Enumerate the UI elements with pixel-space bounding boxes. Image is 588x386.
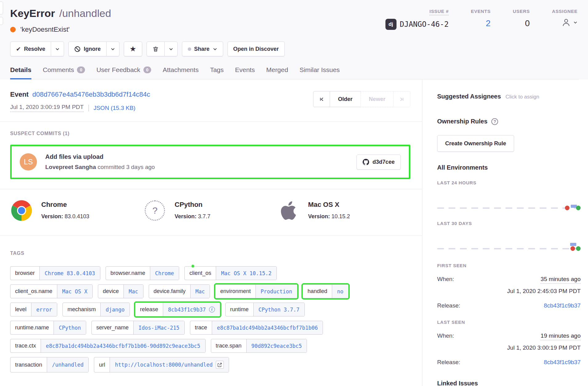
when-label: When: xyxy=(437,332,454,339)
create-ownership-rule-button[interactable]: Create Ownership Rule xyxy=(437,135,514,152)
tag-value-link[interactable]: django xyxy=(100,303,129,316)
assignee-selector[interactable] xyxy=(561,18,578,27)
users-count[interactable]: 0 xyxy=(525,18,530,28)
stat-users: USERS 0 xyxy=(513,9,530,30)
tag-key: url xyxy=(94,357,110,372)
issue-stats: ISSUE # dj DJANGO-46-2 EVENTS 2 USERS 0 … xyxy=(385,7,579,30)
tag-level: levelerror xyxy=(10,303,57,316)
delete-button[interactable] xyxy=(147,42,164,56)
tag-value-link[interactable]: CPython 3.7.7 xyxy=(253,303,304,316)
issue-tabs: DetailsComments0User Feedback0Attachment… xyxy=(10,66,579,79)
question-circle-icon[interactable]: ? xyxy=(491,118,498,125)
tag-value-link[interactable]: Chrome xyxy=(150,267,179,280)
tag-value-link[interactable]: e8c87ba1dc494bb2a4346bcfbf7b1b06 xyxy=(212,321,323,334)
tag-value-link[interactable]: e8c87ba1dc494bb2a4346bcfbf7b1b06-90d892c… xyxy=(41,339,205,352)
tag-key: trace.ctx xyxy=(10,339,41,352)
window-edge-artifact xyxy=(0,2,3,14)
tag-value-link[interactable]: Mac xyxy=(123,285,143,298)
page-title: KeyError/unhandled xyxy=(10,7,111,19)
delete-dropdown-button[interactable] xyxy=(164,42,177,56)
stat-issue-number: ISSUE # dj DJANGO-46-2 xyxy=(385,9,449,30)
version-label: Version: xyxy=(308,213,332,219)
event-label: Event xyxy=(10,90,29,98)
newer-event-button[interactable]: Newer xyxy=(360,91,394,107)
suggested-assignees-heading: Suggested Assignees xyxy=(437,93,501,100)
main-column: Eventd08d7667e4a5476eb3b3db6d7f14c84c Ju… xyxy=(0,79,422,386)
external-link-icon[interactable] xyxy=(216,361,224,369)
tag-value-link[interactable]: error xyxy=(31,303,57,316)
older-event-button[interactable]: Older xyxy=(330,91,361,107)
first-seen-release-link[interactable]: 8cb43f1c9b37 xyxy=(544,302,581,309)
users-label: USERS xyxy=(513,9,530,14)
resolve-button[interactable]: ✔ Resolve xyxy=(10,42,51,56)
open-in-discover-button[interactable]: Open in Discover xyxy=(228,42,284,56)
issue-title-block: KeyError/unhandled 'keyDoesntExist' xyxy=(10,7,111,34)
newest-event-button[interactable] xyxy=(393,91,410,107)
discover-label: Open in Discover xyxy=(233,46,279,52)
tag-value-link[interactable]: Mac OS X 10.15.2 xyxy=(216,267,276,280)
tab-label: Tags xyxy=(210,66,224,74)
tab-events[interactable]: Events xyxy=(235,66,255,79)
issue-short-id[interactable]: dj DJANGO-46-2 xyxy=(385,19,449,30)
version-label: Version: xyxy=(175,213,198,219)
tab-similar-issues[interactable]: Similar Issues xyxy=(300,66,340,79)
commit-author: Lovepreet Sangha xyxy=(45,164,96,170)
share-button[interactable]: Share xyxy=(182,42,223,56)
resolve-button-group: ✔ Resolve xyxy=(10,42,64,56)
ignore-dropdown-button[interactable] xyxy=(106,42,119,56)
oldest-event-button[interactable] xyxy=(313,91,330,107)
first-seen-relative: 35 minutes ago xyxy=(541,276,581,284)
tag-value-link[interactable]: CPython xyxy=(54,321,86,334)
tag-key: transaction xyxy=(10,357,47,372)
trash-icon xyxy=(152,46,159,52)
assignee-label: ASSIGNEE xyxy=(552,9,578,14)
context-mac-os-x: Mac OS XVersion: 10.15.2 xyxy=(277,199,410,222)
version-value: 10.15.2 xyxy=(332,213,350,219)
tag-value-link[interactable]: Idos-iMac-215 xyxy=(133,321,184,334)
ignore-button-group: Ignore xyxy=(68,42,119,56)
tag-value-link[interactable]: Chrome 83.0.4103 xyxy=(39,267,100,280)
last-seen-release-link[interactable]: 8cb43f1c9b37 xyxy=(544,359,581,366)
bookmark-button[interactable]: ★ xyxy=(124,42,142,56)
tag-value-link[interactable]: no xyxy=(332,285,348,298)
last-30-days-label: LAST 30 DAYS xyxy=(437,221,581,226)
tag-value-link[interactable]: Mac xyxy=(190,285,210,298)
tag-value-link[interactable]: Production xyxy=(256,285,297,298)
ignore-button[interactable]: Ignore xyxy=(69,42,106,56)
stat-assignee: ASSIGNEE xyxy=(552,9,578,30)
star-icon: ★ xyxy=(130,45,136,53)
tab-details[interactable]: Details xyxy=(10,66,31,79)
resolve-dropdown-button[interactable] xyxy=(51,42,64,56)
context-version: Version: 83.0.4103 xyxy=(41,213,89,220)
context-name: Mac OS X xyxy=(308,201,350,209)
commit-sha-button[interactable]: d3d7cee xyxy=(356,155,401,170)
tag-value-link[interactable]: http://localhost:8000/unhandled xyxy=(110,357,228,372)
skip-to-oldest-icon xyxy=(319,96,324,102)
tag-value-link[interactable]: 8cb43f1c9b37i xyxy=(163,303,220,316)
tag-value-link[interactable]: Mac OS X xyxy=(57,285,92,298)
tab-label: Details xyxy=(10,66,31,74)
tag-key: handled xyxy=(303,285,332,298)
event-header: Eventd08d7667e4a5476eb3b3db6d7f14c84c Ju… xyxy=(0,79,422,122)
tab-user-feedback[interactable]: User Feedback0 xyxy=(96,66,151,79)
tab-attachments[interactable]: Attachments xyxy=(163,66,199,79)
tags-section: TAGS browserChrome 83.0.4103browser.name… xyxy=(0,236,422,379)
suspect-commits-section: SUSPECT COMMITS (1) LS Add files via upl… xyxy=(0,122,422,189)
tag-trace: tracee8c87ba1dc494bb2a4346bcfbf7b1b06 xyxy=(190,321,323,335)
last-seen-relative: 19 minutes ago xyxy=(541,332,581,340)
tab-merged[interactable]: Merged xyxy=(266,66,288,79)
tag-value-link[interactable]: /unhandled xyxy=(47,357,88,372)
event-json-link[interactable]: JSON (15.3 KB) xyxy=(94,105,135,111)
commit-author-avatar: LS xyxy=(20,153,37,171)
event-id-link[interactable]: d08d7667e4a5476eb3b3db6d7f14c84c xyxy=(32,90,150,98)
context-text: Mac OS XVersion: 10.15.2 xyxy=(308,199,350,220)
delete-button-group xyxy=(147,42,178,56)
tag-handled: handledno xyxy=(303,284,349,298)
github-icon xyxy=(363,159,369,165)
tab-comments[interactable]: Comments0 xyxy=(43,66,85,79)
commit-title: Add files via upload xyxy=(45,153,356,160)
tag-value-link[interactable]: 90d892c9eace3bc5 xyxy=(246,339,307,352)
events-count[interactable]: 2 xyxy=(486,18,491,28)
tab-tags[interactable]: Tags xyxy=(210,66,224,79)
info-circle-icon[interactable]: i xyxy=(209,307,215,312)
